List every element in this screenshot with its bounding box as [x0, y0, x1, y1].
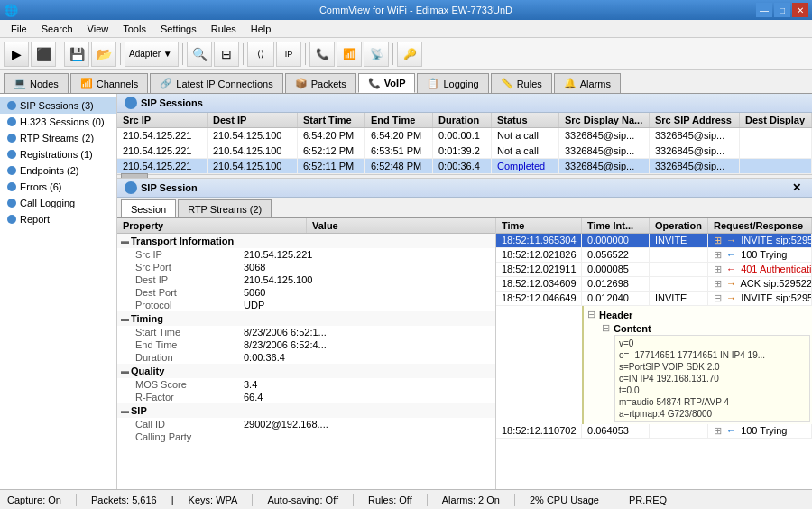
detail-close-button[interactable]: ✕ — [789, 181, 805, 194]
reconstruct-button[interactable]: ⟨⟩ — [247, 42, 274, 67]
tab-latest-ip[interactable]: 🔗 Latest IP Connections — [150, 73, 282, 93]
tree-timing-header[interactable]: ▬ Timing — [117, 311, 495, 326]
menu-file[interactable]: File — [4, 22, 34, 36]
tree-end-time: End Time 8/23/2006 6:52:4... — [117, 338, 495, 351]
tab-nodes[interactable]: 💻 Nodes — [4, 73, 69, 93]
sidebar-item-endpoints[interactable]: Endpoints (2) — [0, 162, 116, 179]
row1-duration: 0:00:00.1 — [433, 128, 492, 143]
packet-row-4[interactable]: 18:52:12.034609 0.012698 ⊞ → ACK sip:529… — [496, 277, 812, 292]
rfactor-key: R-Factor — [135, 392, 244, 403]
status-capture: Capture: On — [7, 495, 61, 505]
adapter-dropdown[interactable]: Adapter ▼ — [125, 42, 179, 67]
protocol-value: UDP — [244, 300, 264, 310]
close-button[interactable]: ✕ — [792, 3, 808, 17]
toolbar-sep-4 — [243, 43, 244, 65]
tab-rules[interactable]: 📏 Rules — [491, 73, 552, 93]
main-content: SIP Sessions (3) H.323 Sessions (0) RTP … — [0, 94, 812, 489]
tree-transport-header[interactable]: ▬ Transport Information — [117, 234, 495, 248]
tab-voip[interactable]: 📞 VoIP — [358, 73, 416, 93]
filter-button[interactable]: ⊟ — [214, 42, 239, 67]
menu-search[interactable]: Search — [34, 22, 80, 36]
sidebar-item-call-logging[interactable]: Call Logging — [0, 195, 116, 211]
menu-view[interactable]: View — [80, 22, 116, 36]
row3-src-sip: 3326845@sip... — [650, 159, 740, 173]
adapter-button[interactable]: Adapter ▼ — [125, 42, 179, 67]
src-port-key: Src Port — [135, 262, 244, 273]
packet-row-2[interactable]: 18:52:12.021826 0.056522 ⊞ ← 100 Trying — [496, 248, 812, 263]
pr5-time: 18:52:12.046649 — [496, 292, 582, 305]
menu-settings[interactable]: Settings — [153, 22, 204, 36]
tree-src-ip: Src IP 210.54.125.221 — [117, 248, 495, 261]
search-toolbar-button[interactable]: 🔍 — [187, 42, 212, 67]
col-status: Status — [492, 113, 559, 127]
save-button[interactable]: 💾 — [64, 42, 89, 67]
open-button[interactable]: 📂 — [91, 42, 116, 67]
tree-sip: ▬ SIP Call ID 29002@192.168.... Calling … — [117, 403, 495, 443]
status-sep-1 — [76, 494, 77, 506]
end-time-value: 8/23/2006 6:52:4... — [244, 339, 327, 350]
start-time-value: 8/23/2006 6:52:1... — [244, 327, 327, 338]
key-button[interactable]: 🔑 — [397, 42, 422, 67]
pr5-time-int: 0.012040 — [582, 292, 650, 305]
tree-call-id: Call ID 29002@192.168.... — [117, 418, 495, 430]
call-logging-dot — [7, 199, 16, 208]
sidebar-item-registrations[interactable]: Registrations (1) — [0, 146, 116, 162]
sip-row-1[interactable]: 210.54.125.221 210.54.125.100 6:54:20 PM… — [117, 128, 812, 143]
pr4-time-int: 0.012698 — [582, 277, 650, 291]
menu-help[interactable]: Help — [244, 22, 279, 36]
sip-row-3[interactable]: 210.54.125.221 210.54.125.100 6:52:11 PM… — [117, 159, 812, 174]
status-autosaving: Auto-saving: Off — [267, 495, 338, 505]
row3-dest-display — [740, 159, 812, 173]
row3-start: 6:52:11 PM — [298, 159, 365, 173]
packet-row-5[interactable]: 18:52:12.046649 0.012040 INVITE ⊟ → INVI… — [496, 292, 812, 306]
detail-tab-rtp-streams[interactable]: RTP Streams (2) — [178, 199, 272, 217]
tab-channels[interactable]: 📶 Channels — [70, 73, 148, 93]
minimize-button[interactable]: — — [756, 3, 772, 17]
status-packets: Packets: 5,616 — [91, 495, 157, 505]
tree-quality-header[interactable]: ▬ Quality — [117, 364, 495, 378]
sidebar-item-errors[interactable]: Errors (6) — [0, 179, 116, 195]
sip-row-2[interactable]: 210.54.125.221 210.54.125.100 6:52:12 PM… — [117, 143, 812, 159]
rtp-dot — [7, 134, 16, 143]
dest-ip-key: Dest IP — [135, 274, 244, 285]
ip-button[interactable]: IP — [276, 42, 301, 67]
tree-col-value: Value — [307, 218, 495, 233]
window-controls: — □ ✕ — [756, 3, 808, 17]
sidebar-item-sip-sessions[interactable]: SIP Sessions (3) — [0, 97, 116, 114]
channel-button[interactable]: 📡 — [364, 42, 389, 67]
tab-packets[interactable]: 📦 Packets — [285, 73, 356, 93]
row2-src-display: 3326845@sip... — [559, 143, 650, 158]
play-button[interactable]: ▶ — [4, 42, 29, 67]
packet-row-1[interactable]: 18:52:11.965304 0.000000 INVITE ⊞ → INVI… — [496, 234, 812, 248]
toolbar-sep-1 — [60, 43, 60, 65]
detail-tab-session[interactable]: Session — [121, 199, 176, 217]
voip-button[interactable]: 📞 — [309, 42, 335, 67]
maximize-button[interactable]: □ — [774, 3, 790, 17]
pr4-operation — [650, 277, 708, 291]
menu-rules[interactable]: Rules — [204, 22, 244, 36]
menu-tools[interactable]: Tools — [115, 22, 153, 36]
pr1-expand-icon: ⊞ — [714, 235, 722, 245]
tree-calling-party: Calling Party — [117, 430, 495, 443]
sidebar-item-h323[interactable]: H.323 Sessions (0) — [0, 114, 116, 130]
rt-content-row[interactable]: ⊟ Content — [600, 321, 810, 335]
wireless-button[interactable]: 📶 — [337, 42, 362, 67]
sidebar-item-rtp-streams[interactable]: RTP Streams (2) — [0, 130, 116, 146]
rt-header-row[interactable]: ⊟ Header — [586, 308, 810, 321]
ph-time-int: Time Int... — [582, 218, 650, 233]
tree-sip-header[interactable]: ▬ SIP — [117, 403, 495, 418]
rt-c: c=IN IP4 192.168.131.70 — [617, 373, 807, 384]
ph-time: Time — [496, 218, 582, 233]
response-tree: ⊟ Header ⊟ Content v=0 — [582, 306, 812, 424]
tab-alarms[interactable]: 🔔 Alarms — [554, 73, 621, 93]
pr5-operation: INVITE — [650, 292, 708, 305]
sidebar-item-report[interactable]: Report — [0, 211, 116, 227]
packet-row-6[interactable]: 18:52:12.110702 0.064053 ⊞ ← 100 Trying — [496, 424, 812, 439]
sip-sessions-header-icon — [125, 97, 137, 109]
row1-dest-ip: 210.54.125.100 — [208, 128, 298, 143]
tab-logging[interactable]: 📋 Logging — [417, 73, 488, 93]
packet-row-3[interactable]: 18:52:12.021911 0.000085 ⊞ ← 401 Authent… — [496, 263, 812, 277]
stop-button[interactable]: ⬛ — [31, 42, 56, 67]
titlebar: 🌐 CommView for WiFi - Edimax EW-7733UnD … — [0, 0, 812, 20]
pr1-request: ⊞ → INVITE sip:52952292679@sipline.co.nz — [708, 234, 812, 247]
